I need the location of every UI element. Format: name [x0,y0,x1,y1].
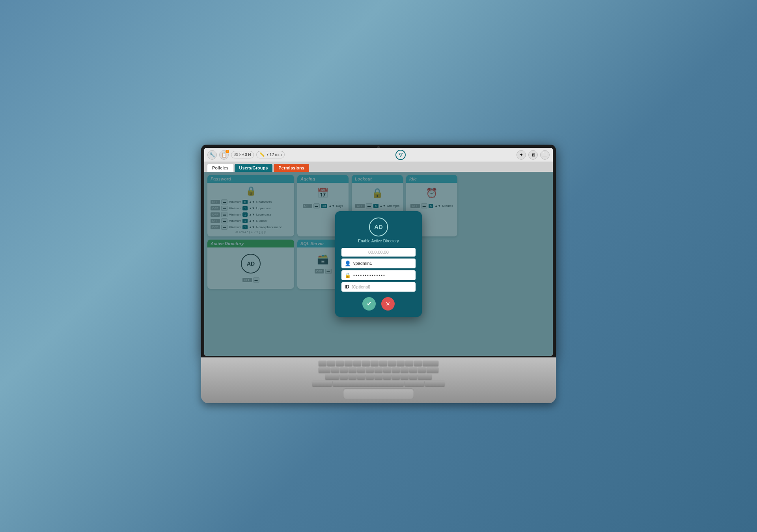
modal-buttons: ✔ ✕ [341,297,416,311]
laptop-base [201,357,556,403]
modal-confirm-button[interactable]: ✔ [362,297,376,311]
sensor-weight: ⚖ 89.0 N [231,151,254,158]
modal-username-value: vpadmin1 [353,261,412,266]
tab-users-groups[interactable]: Users/Groups [235,164,273,172]
modal-password-field[interactable]: 🔒 •••••••••••••• [341,270,416,280]
monitor-icon-btn[interactable]: 🖥 [528,150,538,160]
tab-permissions[interactable]: Permissions [274,164,309,172]
weight-value: 89.0 N [239,153,251,157]
modal-overlay: AD Enable Active Directory 00.0.00.00 [204,172,553,356]
star-icon-btn[interactable]: ✦ [516,150,526,160]
modal-title: Enable Active Directory [341,239,416,243]
modal-ip-field[interactable]: 00.0.00.00 [341,248,416,257]
modal-dialog: AD Enable Active Directory 00.0.00.00 [335,211,422,317]
user-icon: 👤 [345,260,351,266]
notification-badge: ! [226,150,229,153]
sensor-length: 📏 7.12 mm [256,151,285,158]
modal-username-field[interactable]: 👤 vpadmin1 [341,259,416,268]
modal-id-field[interactable]: ID [Optional] [341,282,416,292]
length-value: 7.12 mm [266,153,282,157]
tab-policies[interactable]: Policies [207,164,233,172]
app-screen: 🔧 📋 ! ⚖ 89.0 N 📏 7.12 mm [204,148,553,356]
toolbar: 🔧 📋 ! ⚖ 89.0 N 📏 7.12 mm [204,148,553,162]
modal-id-placeholder: [Optional] [352,285,412,289]
app-logo: ▽ [395,150,406,160]
window-icon-btn[interactable]: ⬜ [540,150,550,160]
modal-cancel-button[interactable]: ✕ [381,297,395,311]
clipboard-icon-btn[interactable]: 📋 ! [219,150,229,160]
password-icon: 🔒 [345,272,351,278]
touchpad[interactable] [343,388,414,399]
laptop-screen-bezel: 🔧 📋 ! ⚖ 89.0 N 📏 7.12 mm [201,145,556,357]
main-content: Password 🔒 OFF ▬ Minimum 8 ▲ [204,172,553,356]
ruler-icon: 📏 [259,152,265,157]
modal-id-label: ID [345,284,349,290]
laptop-body: 🔧 📋 ! ⚖ 89.0 N 📏 7.12 mm [201,145,556,403]
weight-icon: ⚖ [234,152,238,157]
modal-password-dots: •••••••••••••• [353,273,412,277]
wrench-icon-btn[interactable]: 🔧 [207,150,217,160]
modal-ip-value: 00.0.00.00 [345,250,412,255]
modal-ad-circle: AD [369,218,388,236]
tab-bar: Policies Users/Groups Permissions [204,162,553,172]
